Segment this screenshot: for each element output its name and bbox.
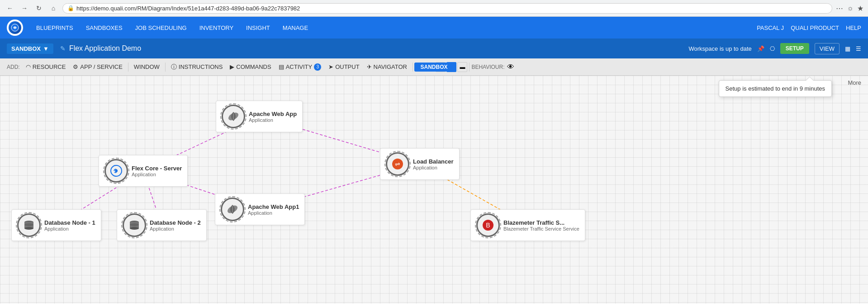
node-name-blazemeter: Blazemeter Traffic S... bbox=[503, 219, 579, 226]
forward-button[interactable]: → bbox=[19, 3, 30, 14]
svg-point-16 bbox=[24, 221, 33, 223]
activity-label: ACTIVITY bbox=[286, 63, 313, 70]
node-apache2[interactable]: Apache Web App1Application bbox=[215, 193, 305, 225]
node-icon-blazemeter: B bbox=[476, 213, 500, 237]
nav-blueprints[interactable]: BLUEPRINTS bbox=[30, 17, 80, 39]
window-label: WINDOW bbox=[134, 63, 160, 70]
activity-icon: ▤ bbox=[279, 63, 284, 70]
lock-icon: 🔒 bbox=[67, 5, 74, 11]
refresh-button[interactable]: ↻ bbox=[33, 3, 44, 14]
node-type-dbnode1: Application bbox=[44, 226, 95, 232]
svg-point-22 bbox=[130, 227, 139, 230]
node-name-flexcore: Flex Core - Server bbox=[132, 165, 182, 172]
navigator-label: NAVIGATOR bbox=[374, 63, 407, 70]
nav-inventory[interactable]: INVENTORY bbox=[193, 17, 240, 39]
svg-point-11 bbox=[115, 169, 118, 172]
style-list-icon[interactable]: ▬ bbox=[457, 62, 467, 72]
node-name-apache1: Apache Web App bbox=[249, 111, 297, 117]
commands-label: COMMANDS bbox=[236, 63, 271, 70]
node-text-blazemeter: Blazemeter Traffic S...Blazemeter Traffi… bbox=[503, 219, 579, 232]
svg-text:B: B bbox=[486, 222, 490, 229]
more-link[interactable]: More bbox=[848, 79, 861, 86]
node-flexcore[interactable]: Flex Core - ServerApplication bbox=[99, 155, 188, 187]
window-btn[interactable]: WINDOW bbox=[130, 58, 163, 76]
info-icon: ⓘ bbox=[171, 63, 177, 71]
sep3 bbox=[413, 63, 413, 72]
nav-sandboxes[interactable]: SANDBOXES bbox=[80, 17, 129, 39]
node-text-dbnode1: Database Node - 1Application bbox=[44, 219, 95, 232]
activity-btn[interactable]: ▤ ACTIVITY 3 bbox=[275, 58, 325, 76]
activity-badge: 3 bbox=[314, 63, 321, 71]
add-resource-btn[interactable]: ◠ RESOURCE bbox=[22, 58, 70, 76]
share-icon[interactable]: ⎔ bbox=[770, 45, 775, 52]
menu-icon[interactable]: ⋯ bbox=[836, 4, 843, 13]
node-text-flexcore: Flex Core - ServerApplication bbox=[132, 165, 182, 177]
node-icon-loadbalancer: ⇌ bbox=[386, 152, 409, 176]
workspace-status: Workspace is up to date bbox=[689, 45, 752, 52]
bookmark-icon[interactable]: ☼ bbox=[847, 4, 854, 12]
home-button[interactable]: ⌂ bbox=[48, 3, 59, 14]
header-right: PASCAL J QUALI PRODUCT HELP bbox=[757, 24, 861, 31]
setup-tooltip: Setup is estimated to end in 9 minutes bbox=[719, 80, 832, 97]
sandbox-label[interactable]: SANDBOX ▼ bbox=[7, 43, 53, 54]
sep2 bbox=[165, 63, 166, 72]
node-text-loadbalancer: Load BalancerApplication bbox=[413, 158, 454, 170]
node-type-apache1: Application bbox=[249, 117, 297, 123]
behaviour-icon[interactable]: 👁 bbox=[507, 63, 514, 71]
svg-point-12 bbox=[392, 159, 403, 169]
sandbox-bar: SANDBOX ▼ ✎ Flex Application Demo Worksp… bbox=[0, 39, 868, 58]
node-text-dbnode2: Database Node - 2Application bbox=[150, 219, 201, 232]
navigator-btn[interactable]: ✈ NAVIGATOR bbox=[363, 58, 411, 76]
instructions-btn[interactable]: ⓘ INSTRUCTIONS bbox=[167, 58, 227, 76]
view-button[interactable]: VIEW bbox=[815, 43, 840, 54]
svg-rect-17 bbox=[24, 222, 33, 228]
sep1 bbox=[128, 63, 128, 72]
node-icon-apache1 bbox=[222, 105, 245, 128]
node-icon-apache2 bbox=[221, 198, 244, 221]
node-icon-dbnode1 bbox=[17, 213, 41, 237]
output-btn[interactable]: ➤ OUTPUT bbox=[325, 58, 363, 76]
add-app-label: APP / SERVICE bbox=[80, 63, 122, 70]
browser-chrome: ← → ↻ ⌂ 🔒 https://demo.quali.com/RM/Diag… bbox=[0, 0, 868, 17]
node-type-apache2: Application bbox=[248, 210, 299, 216]
svg-point-18 bbox=[24, 227, 33, 230]
browser-toolbar: ← → ↻ ⌂ 🔒 https://demo.quali.com/RM/Diag… bbox=[0, 0, 868, 16]
svg-point-20 bbox=[130, 221, 139, 223]
nav-job-scheduling[interactable]: JOB SCHEDULING bbox=[129, 17, 193, 39]
nav-manage[interactable]: MANAGE bbox=[276, 17, 314, 39]
node-blazemeter[interactable]: BBlazemeter Traffic S...Blazemeter Traff… bbox=[470, 209, 585, 241]
menu-dots-icon[interactable]: ☰ bbox=[856, 45, 861, 52]
user-name[interactable]: PASCAL J bbox=[757, 24, 784, 31]
node-loadbalancer[interactable]: ⇌Load BalancerApplication bbox=[380, 148, 460, 180]
product-name[interactable]: QUALI PRODUCT bbox=[791, 24, 839, 31]
node-apache1[interactable]: Apache Web AppApplication bbox=[216, 101, 303, 132]
layout-icon[interactable]: ▦ bbox=[845, 45, 850, 52]
navigator-icon: ✈ bbox=[367, 63, 372, 70]
node-name-loadbalancer: Load Balancer bbox=[413, 158, 454, 165]
node-type-dbnode2: Application bbox=[150, 226, 201, 232]
back-button[interactable]: ← bbox=[5, 3, 15, 14]
browser-right-icons: ⋯ ☼ ★ bbox=[836, 4, 863, 13]
edit-icon[interactable]: ✎ bbox=[60, 45, 66, 52]
setup-button[interactable]: SETUP bbox=[780, 43, 809, 54]
address-bar[interactable]: 🔒 https://demo.quali.com/RM/Diagram/Inde… bbox=[62, 3, 832, 14]
sandbox-label-text: SANDBOX bbox=[11, 45, 41, 52]
add-app-btn[interactable]: ⚙ APP / SERVICE bbox=[69, 58, 126, 76]
help-link[interactable]: HELP bbox=[846, 24, 861, 31]
svg-point-8 bbox=[227, 111, 240, 122]
node-dbnode2[interactable]: Database Node - 2Application bbox=[117, 209, 207, 241]
resource-icon: ◠ bbox=[26, 63, 31, 70]
node-dbnode1[interactable]: Database Node - 1Application bbox=[11, 209, 101, 241]
commands-btn[interactable]: ▶ COMMANDS bbox=[226, 58, 275, 76]
svg-rect-21 bbox=[130, 222, 139, 228]
svg-point-19 bbox=[24, 223, 33, 226]
nav-insight[interactable]: INSIGHT bbox=[240, 17, 276, 39]
pin-icon: 📌 bbox=[757, 45, 764, 52]
star-icon[interactable]: ★ bbox=[857, 4, 863, 13]
sandbox-dropdown-icon: ▼ bbox=[43, 45, 49, 52]
sandbox-tab[interactable]: SANDBOX bbox=[414, 63, 454, 72]
output-icon: ➤ bbox=[328, 63, 333, 70]
sandbox-title: Flex Application Demo bbox=[69, 44, 141, 53]
svg-point-23 bbox=[130, 223, 139, 226]
app-icon: ⚙ bbox=[73, 63, 78, 70]
